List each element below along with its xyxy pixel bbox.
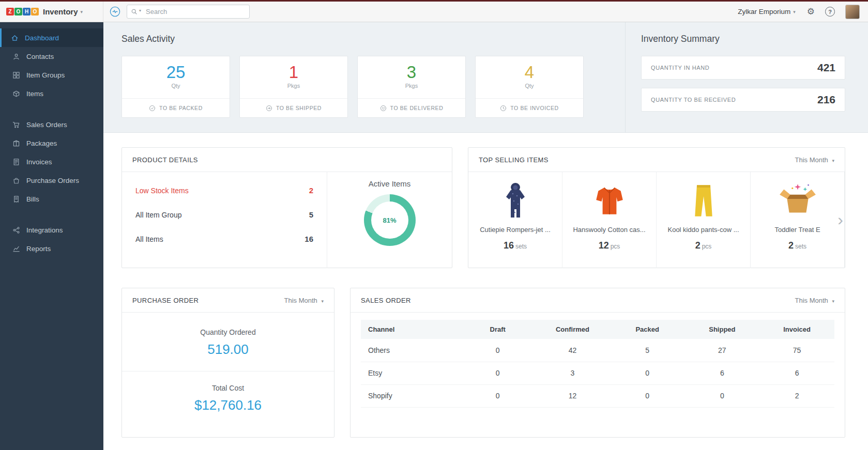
top-selling-item[interactable]: Cutiepie Rompers-jet ... 16sets [468,172,562,268]
treat-box-product-image [757,178,838,224]
column-header-confirmed: Confirmed [535,320,610,339]
active-items-title: Active Items [369,179,411,188]
table-row: Shopify 0 12 0 0 2 [361,384,834,407]
chevron-down-icon: ▾ [321,299,324,304]
user-avatar[interactable] [845,5,860,19]
chart-icon [12,245,20,253]
to-be-delivered-card[interactable]: 3 Pkgs TO BE DELIVERED [357,56,466,118]
card-value: 25 [122,56,230,82]
sidebar-item-label: Sales Orders [26,121,67,129]
search-input[interactable] [127,5,250,19]
pd-value: 5 [309,210,313,219]
top-selling-item[interactable]: Hanswooly Cotton cas... 12pcs [562,172,657,268]
cell: 27 [685,339,760,362]
quantity-ordered-label: Quantity Ordered [122,328,334,336]
product-unit: sets [795,243,806,250]
inventory-summary-title: Inventory Summary [641,34,845,44]
product-name: Toddler Treat E [757,226,838,234]
dashboard-summary-strip: Sales Activity 25 Qty TO BE PACKED 1 Pkg… [103,22,868,133]
period-label: This Month [284,297,317,304]
sidebar-item-items[interactable]: Items [0,84,103,103]
cardigan-product-image [569,178,650,224]
quantity-in-hand-row[interactable]: QUANTITY IN HAND 421 [641,56,845,80]
to-be-shipped-card[interactable]: 1 Pkgs TO BE SHIPPED [239,56,348,118]
chevron-down-icon: ▾ [793,9,796,14]
carousel-next-icon[interactable]: › [837,213,843,227]
panel-title: PURCHASE ORDER [132,297,199,304]
app-switcher[interactable]: Z O H O Inventory ▾ [0,2,103,22]
cell: 12 [535,384,610,407]
sidebar-item-sales-orders[interactable]: Sales Orders [0,115,103,134]
sidebar-item-item-groups[interactable]: Item Groups [0,66,103,84]
sales-order-panel: SALES ORDER This Month ▾ Channel Draft C… [350,288,845,438]
sales-order-table: Channel Draft Confirmed Packed Shipped I… [361,320,834,408]
help-icon[interactable]: ? [825,7,835,17]
sidebar-item-invoices[interactable]: Invoices [0,152,103,171]
product-qty: 2 [788,240,794,251]
cart-icon [12,121,20,129]
quantity-to-be-received-row[interactable]: QUANTITY TO BE RECEIVED 216 [641,88,845,112]
sidebar-item-packages[interactable]: Packages [0,134,103,152]
org-selector[interactable]: Zylkar Emporium ▾ [738,8,796,15]
settings-gear-icon[interactable]: ⚙ [807,6,815,17]
sidebar-item-dashboard[interactable]: Dashboard [0,28,103,47]
to-be-invoiced-card[interactable]: 4 Qty TO BE INVOICED [475,56,584,118]
quantity-ordered-value: 519.00 [122,342,334,358]
invoiced-clock-icon [500,105,507,112]
top-selling-items-panel: TOP SELLING ITEMS This Month ▾ [468,147,845,268]
cell: 42 [535,339,610,362]
cell: 0 [460,362,535,384]
cell: 6 [759,362,834,384]
active-items-percent: 81% [383,216,396,224]
pd-label: All Items [135,235,163,243]
sidebar-item-bills[interactable]: Bills [0,190,103,208]
home-icon [11,34,19,42]
product-qty: 16 [504,240,514,251]
column-header-shipped: Shipped [685,320,760,339]
purchase-order-period-dropdown[interactable]: This Month ▾ [284,297,324,304]
pants-product-image [663,178,744,224]
product-name: Kool kiddo pants-cow ... [663,226,744,234]
bag-icon [12,177,20,184]
top-selling-item[interactable]: Kool kiddo pants-cow ... 2pcs [657,172,751,268]
product-unit: pcs [611,243,620,250]
sidebar-item-purchase-orders[interactable]: Purchase Orders [0,171,103,190]
sales-activity-title: Sales Activity [121,34,625,44]
cell: 0 [460,384,535,407]
zoho-logo-letter: O [31,8,39,15]
panel-title: SALES ORDER [361,297,411,304]
product-unit: sets [515,243,527,250]
sales-order-period-dropdown[interactable]: This Month ▾ [795,297,834,304]
zoho-logo-letter: O [14,8,22,15]
cell: 0 [460,339,535,362]
packed-check-icon [149,105,156,112]
sidebar-item-label: Integrations [26,226,63,234]
card-unit: Pkgs [358,83,465,89]
search-scope-caret-icon[interactable]: ▾ [139,8,141,13]
all-item-group-link[interactable]: All Item Group 5 [135,203,313,227]
pd-value: 2 [309,186,313,195]
whats-new-icon[interactable] [110,6,120,17]
cell: 75 [759,339,834,362]
topbar: Z O H O Inventory ▾ ▾ Zylkar Emporium ▾ … [0,2,868,22]
product-unit: pcs [702,243,712,250]
sidebar-item-label: Item Groups [26,71,65,79]
all-items-link[interactable]: All Items 16 [135,227,313,251]
cell-channel: Shopify [361,384,460,407]
sidebar-item-integrations[interactable]: Integrations [0,221,103,239]
panel-title: TOP SELLING ITEMS [479,156,549,164]
sidebar-item-label: Contacts [26,53,54,60]
period-label: This Month [795,156,828,164]
romper-product-image [475,178,556,224]
top-selling-item[interactable]: Toddler Treat E 2sets [751,172,845,268]
low-stock-items-link[interactable]: Low Stock Items 2 [135,178,313,203]
app-name: Inventory [43,7,78,16]
sidebar-item-contacts[interactable]: Contacts [0,47,103,66]
top-selling-period-dropdown[interactable]: This Month ▾ [795,156,834,164]
sidebar-item-reports[interactable]: Reports [0,239,103,258]
total-cost-value: $12,760.16 [122,397,334,413]
period-label: This Month [795,297,828,304]
to-be-packed-card[interactable]: 25 Qty TO BE PACKED [121,56,230,118]
zoho-logo-letter: H [23,8,31,15]
card-status: TO BE PACKED [159,105,203,111]
